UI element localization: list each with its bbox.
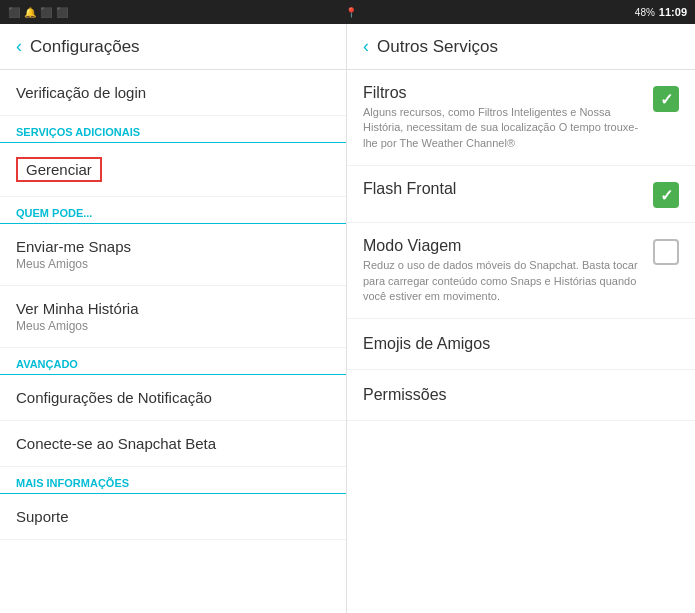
right-item-flash-text: Flash Frontal bbox=[363, 180, 653, 198]
left-back-arrow[interactable]: ‹ bbox=[16, 36, 22, 57]
status-icon-4: ⬛ bbox=[56, 7, 68, 18]
status-icon-2: 🔔 bbox=[24, 7, 36, 18]
menu-item-historia[interactable]: Ver Minha História Meus Amigos bbox=[0, 286, 346, 348]
right-item-emojis[interactable]: Emojis de Amigos bbox=[347, 319, 695, 370]
menu-item-verificacao[interactable]: Verificação de login bbox=[0, 70, 346, 116]
menu-item-verificacao-label: Verificação de login bbox=[16, 84, 330, 101]
section-label-avancado: AVANÇADO bbox=[0, 348, 346, 375]
right-item-viagem[interactable]: Modo Viagem Reduz o uso de dados móveis … bbox=[347, 223, 695, 319]
status-bar-center: 📍 bbox=[345, 7, 357, 18]
status-icon-3: ⬛ bbox=[40, 7, 52, 18]
menu-item-notificacao[interactable]: Configurações de Notificação bbox=[0, 375, 346, 421]
right-item-filtros-subtitle: Alguns recursos, como Filtros Inteligent… bbox=[363, 105, 641, 151]
section-label-quem: QUEM PODE... bbox=[0, 197, 346, 224]
right-item-viagem-subtitle: Reduz o uso de dados móveis do Snapchat.… bbox=[363, 258, 641, 304]
main-content: ‹ Configurações Verificação de login SER… bbox=[0, 24, 695, 613]
left-panel-header: ‹ Configurações bbox=[0, 24, 346, 70]
menu-item-suporte-label: Suporte bbox=[16, 508, 330, 525]
menu-item-snapchat-beta[interactable]: Conecte-se ao Snapchat Beta bbox=[0, 421, 346, 467]
right-item-filtros-text: Filtros Alguns recursos, como Filtros In… bbox=[363, 84, 653, 151]
battery-indicator: 48% bbox=[635, 7, 655, 18]
right-item-permissoes-title: Permissões bbox=[363, 386, 679, 404]
menu-item-enviar-label: Enviar-me Snaps bbox=[16, 238, 330, 255]
location-icon: 📍 bbox=[345, 7, 357, 18]
menu-item-gerenciar[interactable]: Gerenciar bbox=[0, 143, 346, 197]
status-bar: ⬛ 🔔 ⬛ ⬛ 📍 48% 11:09 bbox=[0, 0, 695, 24]
right-back-arrow[interactable]: ‹ bbox=[363, 36, 369, 57]
status-time: 11:09 bbox=[659, 6, 687, 18]
left-panel: ‹ Configurações Verificação de login SER… bbox=[0, 24, 347, 613]
right-item-filtros[interactable]: Filtros Alguns recursos, como Filtros In… bbox=[347, 70, 695, 166]
right-item-viagem-title: Modo Viagem bbox=[363, 237, 641, 255]
menu-item-snapchat-beta-label: Conecte-se ao Snapchat Beta bbox=[16, 435, 330, 452]
section-label-servicos: SERVIÇOS ADICIONAIS bbox=[0, 116, 346, 143]
right-item-emojis-title: Emojis de Amigos bbox=[363, 335, 679, 353]
menu-item-notificacao-label: Configurações de Notificação bbox=[16, 389, 330, 406]
menu-item-suporte[interactable]: Suporte bbox=[0, 494, 346, 540]
menu-item-historia-label: Ver Minha História bbox=[16, 300, 330, 317]
right-item-permissoes[interactable]: Permissões bbox=[347, 370, 695, 421]
menu-item-historia-subtitle: Meus Amigos bbox=[16, 319, 330, 333]
menu-item-enviar-subtitle: Meus Amigos bbox=[16, 257, 330, 271]
right-panel-title: Outros Serviços bbox=[377, 37, 498, 57]
right-item-flash[interactable]: Flash Frontal bbox=[347, 166, 695, 223]
left-panel-title: Configurações bbox=[30, 37, 140, 57]
section-label-mais: MAIS INFORMAÇÕES bbox=[0, 467, 346, 494]
right-item-filtros-title: Filtros bbox=[363, 84, 641, 102]
status-bar-right: 48% 11:09 bbox=[635, 6, 687, 18]
flash-checkbox[interactable] bbox=[653, 182, 679, 208]
right-item-viagem-text: Modo Viagem Reduz o uso de dados móveis … bbox=[363, 237, 653, 304]
viagem-checkbox[interactable] bbox=[653, 239, 679, 265]
right-item-flash-title: Flash Frontal bbox=[363, 180, 641, 198]
filtros-checkbox[interactable] bbox=[653, 86, 679, 112]
menu-item-enviar[interactable]: Enviar-me Snaps Meus Amigos bbox=[0, 224, 346, 286]
status-icon-1: ⬛ bbox=[8, 7, 20, 18]
status-bar-left-icons: ⬛ 🔔 ⬛ ⬛ bbox=[8, 7, 68, 18]
menu-item-gerenciar-label: Gerenciar bbox=[16, 157, 102, 182]
right-panel-header: ‹ Outros Serviços bbox=[347, 24, 695, 70]
right-panel: ‹ Outros Serviços Filtros Alguns recurso… bbox=[347, 24, 695, 613]
